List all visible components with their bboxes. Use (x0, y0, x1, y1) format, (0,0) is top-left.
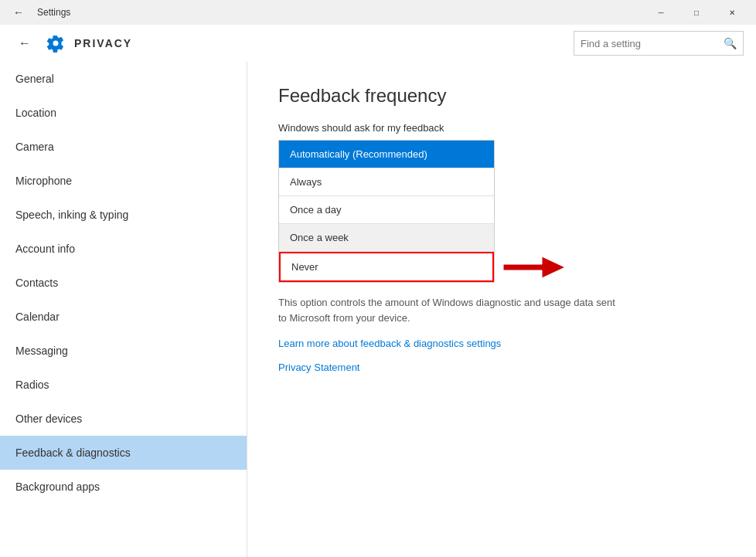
page-title: Feedback frequency (278, 85, 725, 107)
sidebar-item-speech[interactable]: Speech, inking & typing (0, 198, 247, 232)
sidebar-item-general[interactable]: General (0, 62, 247, 96)
never-row-wrapper: Never (279, 252, 494, 282)
titlebar-left: ← Settings (6, 0, 70, 25)
description-text: This option controls the amount of Windo… (278, 295, 626, 325)
frequency-dropdown[interactable]: Automatically (Recommended) Always Once … (278, 140, 495, 283)
option-auto[interactable]: Automatically (Recommended) (279, 141, 494, 168)
sidebar-item-camera[interactable]: Camera (0, 130, 247, 164)
sidebar-item-calendar[interactable]: Calendar (0, 300, 247, 334)
close-button[interactable]: ✕ (714, 0, 750, 25)
maximize-button[interactable]: □ (679, 0, 714, 25)
titlebar: ← Settings ─ □ ✕ (0, 0, 756, 25)
settings-gear-icon (46, 34, 65, 53)
minimize-button[interactable]: ─ (643, 0, 679, 25)
sidebar-item-feedback[interactable]: Feedback & diagnostics (0, 436, 247, 470)
search-box[interactable]: 🔍 (574, 31, 744, 56)
content-area: Feedback frequency Windows should ask fo… (247, 62, 756, 557)
sidebar-item-radios[interactable]: Radios (0, 368, 247, 402)
sidebar-item-microphone[interactable]: Microphone (0, 164, 247, 198)
section-label: Windows should ask for my feedback (278, 122, 725, 134)
search-input[interactable] (574, 38, 717, 49)
titlebar-controls: ─ □ ✕ (643, 0, 750, 25)
option-always[interactable]: Always (279, 168, 494, 196)
privacy-statement-link[interactable]: Privacy Statement (278, 362, 725, 373)
titlebar-title: Settings (37, 7, 70, 18)
search-icon: 🔍 (717, 37, 743, 49)
option-once-day[interactable]: Once a day (279, 196, 494, 224)
svg-marker-0 (503, 256, 565, 278)
sidebar-item-location[interactable]: Location (0, 96, 247, 130)
back-button[interactable]: ← (6, 0, 31, 25)
sidebar-item-background[interactable]: Background apps (0, 470, 247, 504)
option-once-week[interactable]: Once a week (279, 224, 494, 252)
back-icon: ← (13, 6, 24, 19)
sidebar-item-other[interactable]: Other devices (0, 402, 247, 436)
red-arrow-indicator (503, 253, 565, 281)
option-never[interactable]: Never (279, 252, 494, 282)
header-bar: ← PRIVACY 🔍 (0, 25, 756, 62)
learn-more-link[interactable]: Learn more about feedback & diagnostics … (278, 338, 725, 349)
sidebar-item-contacts[interactable]: Contacts (0, 266, 247, 300)
nav-back-button[interactable]: ← (12, 31, 37, 56)
main-layout: General Location Camera Microphone Speec… (0, 62, 756, 557)
sidebar: General Location Camera Microphone Speec… (0, 62, 247, 557)
sidebar-item-messaging[interactable]: Messaging (0, 334, 247, 368)
sidebar-item-account[interactable]: Account info (0, 232, 247, 266)
app-title: PRIVACY (74, 37, 132, 49)
